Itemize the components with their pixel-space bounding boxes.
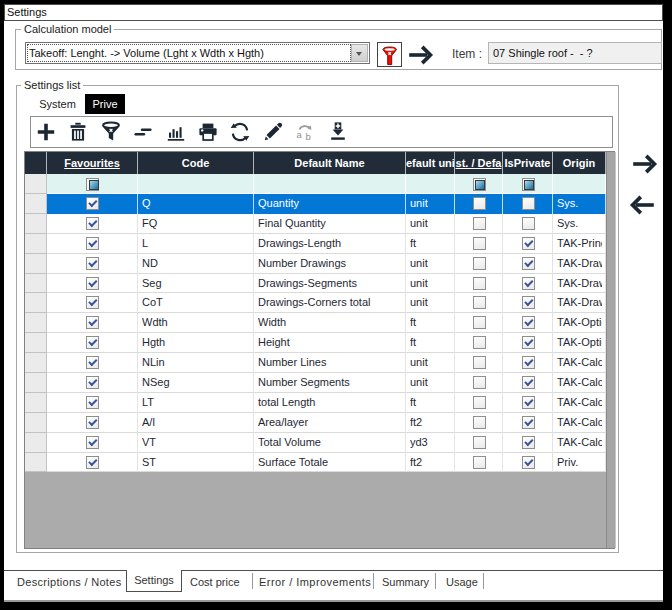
svg-text:b: b — [306, 131, 311, 142]
svg-text:a: a — [297, 129, 303, 140]
